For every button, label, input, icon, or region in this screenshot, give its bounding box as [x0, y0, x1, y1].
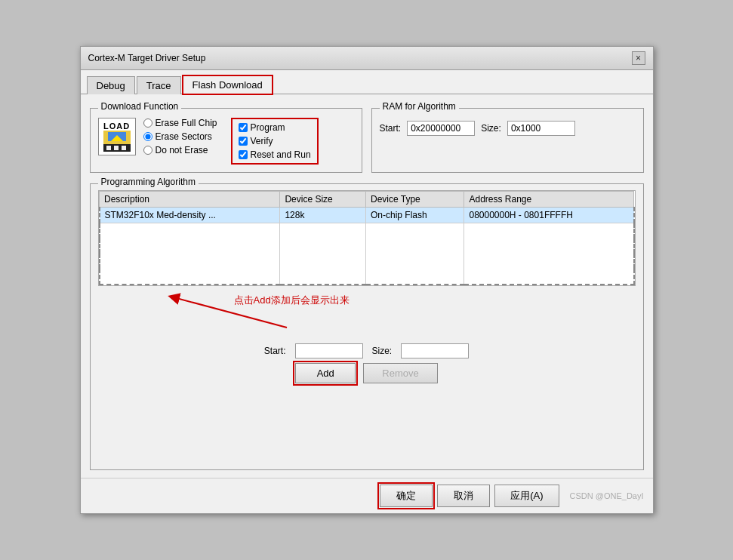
load-graphic: [103, 131, 131, 152]
algo-size-label: Size:: [372, 346, 393, 356]
confirm-button[interactable]: 确定: [380, 485, 433, 507]
load-text: LOAD: [103, 122, 130, 131]
empty-row-2: [100, 238, 634, 254]
col-device-type: Device Type: [365, 192, 464, 208]
download-function-inner: LOAD: [98, 118, 354, 165]
tab-flash-download[interactable]: Flash Download: [183, 75, 273, 94]
action-checkboxes: Program Verify Reset and Run: [231, 118, 319, 165]
empty-row-3: [100, 254, 634, 269]
table-header: Description Device Size Device Type Addr…: [100, 192, 634, 208]
watermark-text: CSDN @ONE_DayI: [570, 491, 644, 500]
svg-rect-4: [122, 146, 126, 150]
download-function-group: Download Function LOAD: [90, 108, 362, 173]
verify-label: Verify: [251, 136, 273, 146]
cancel-button[interactable]: 取消: [437, 485, 490, 507]
col-description: Description: [100, 192, 280, 208]
close-button[interactable]: ×: [632, 51, 645, 65]
erase-sectors-option[interactable]: Erase Sectors: [143, 131, 217, 142]
algo-size-input[interactable]: [401, 343, 469, 358]
erase-options: Erase Full Chip Erase Sectors Do not Era…: [143, 118, 217, 155]
reset-run-checkbox[interactable]: [239, 150, 248, 159]
algo-start-input[interactable]: [295, 343, 363, 358]
row-description: STM32F10x Med-density ...: [100, 208, 280, 223]
top-groups: Download Function LOAD: [90, 102, 644, 173]
empty-row-4: [100, 269, 634, 285]
programming-algorithm-group: Programming Algorithm Description Device…: [90, 183, 644, 470]
verify-option[interactable]: Verify: [239, 136, 311, 146]
bottom-input-row: Start: Size:: [98, 343, 636, 358]
programming-algorithm-legend: Programming Algorithm: [98, 177, 199, 187]
add-button[interactable]: Add: [295, 363, 356, 383]
erase-full-chip-label: Erase Full Chip: [156, 118, 217, 128]
erase-full-chip-radio[interactable]: [143, 118, 152, 128]
start-label: Start:: [380, 123, 402, 134]
reset-run-label: Reset and Run: [251, 149, 311, 160]
start-input[interactable]: 0x20000000: [407, 121, 475, 136]
load-icon: LOAD: [98, 118, 136, 155]
reset-run-option[interactable]: Reset and Run: [239, 149, 311, 160]
erase-sectors-label: Erase Sectors: [156, 131, 212, 142]
algorithm-table-wrapper: Description Device Size Device Type Addr…: [98, 190, 636, 286]
erase-sectors-radio[interactable]: [143, 132, 152, 141]
tab-trace[interactable]: Trace: [137, 76, 181, 94]
annotation-area: 点击Add添加后会显示出来: [98, 286, 636, 339]
erase-full-chip-option[interactable]: Erase Full Chip: [143, 118, 217, 128]
size-label: Size:: [481, 123, 501, 134]
title-bar: Cortex-M Target Driver Setup ×: [81, 47, 653, 70]
do-not-erase-radio[interactable]: [143, 146, 152, 155]
row-device-size: 128k: [280, 208, 366, 223]
main-window: Cortex-M Target Driver Setup × Debug Tra…: [80, 46, 654, 514]
col-device-size: Device Size: [280, 192, 366, 208]
annotation-arrow: [98, 286, 636, 339]
ram-inner: Start: 0x20000000 Size: 0x1000: [380, 121, 636, 136]
add-remove-buttons: Add Remove: [98, 363, 636, 383]
annotation-text: 点击Add添加后会显示出来: [234, 294, 350, 307]
apply-button[interactable]: 应用(A): [494, 485, 559, 507]
empty-row-1: [100, 223, 634, 239]
row-device-type: On-chip Flash: [365, 208, 464, 223]
table-body: STM32F10x Med-density ... 128k On-chip F…: [100, 208, 634, 285]
do-not-erase-option[interactable]: Do not Erase: [143, 145, 217, 155]
row-address-range: 08000000H - 0801FFFFH: [464, 208, 634, 223]
program-label: Program: [251, 122, 285, 133]
footer: 确定 取消 应用(A) CSDN @ONE_DayI: [81, 478, 653, 513]
ram-algorithm-group: RAM for Algorithm Start: 0x20000000 Size…: [371, 108, 644, 173]
tab-bar: Debug Trace Flash Download: [81, 70, 653, 94]
verify-checkbox[interactable]: [239, 137, 248, 146]
svg-rect-3: [114, 146, 119, 150]
col-address-range: Address Range: [464, 192, 634, 208]
size-input[interactable]: 0x1000: [507, 121, 575, 136]
tab-debug[interactable]: Debug: [87, 76, 135, 94]
ram-algorithm-legend: RAM for Algorithm: [380, 101, 459, 112]
window-title: Cortex-M Target Driver Setup: [88, 53, 206, 63]
program-checkbox[interactable]: [239, 123, 248, 132]
table-row[interactable]: STM32F10x Med-density ... 128k On-chip F…: [100, 208, 634, 223]
do-not-erase-label: Do not Erase: [156, 145, 208, 155]
download-function-legend: Download Function: [98, 101, 182, 112]
svg-rect-2: [106, 146, 111, 150]
remove-button[interactable]: Remove: [363, 363, 437, 383]
main-content: Download Function LOAD: [81, 94, 653, 478]
algo-start-label: Start:: [264, 346, 286, 356]
algorithm-table: Description Device Size Device Type Addr…: [99, 191, 635, 285]
program-option[interactable]: Program: [239, 122, 311, 133]
